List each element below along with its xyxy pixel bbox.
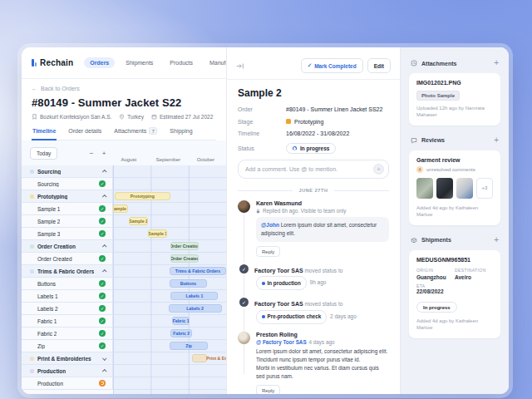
edit-button[interactable]: Edit: [367, 58, 391, 73]
timeline-row-order-creation[interactable]: Order CreationOrder Creation: [22, 240, 226, 253]
row-name-cell[interactable]: Sample 3✓: [22, 228, 113, 239]
gantt-bar[interactable]: Order Created: [170, 254, 199, 263]
gantt-bar[interactable]: Buttons: [170, 279, 207, 288]
reply-button[interactable]: Reply: [256, 246, 280, 257]
more-photos-count[interactable]: +3: [476, 178, 493, 199]
timeline-row-zip[interactable]: Zip✓Zip: [22, 340, 226, 352]
timeline-row-order-created[interactable]: Order Created✓Order Created: [22, 253, 226, 265]
row-name-cell[interactable]: Production: [22, 365, 113, 377]
row-label: Fabric 1: [37, 318, 57, 324]
nav-item-orders[interactable]: Orders: [84, 57, 115, 68]
avatar[interactable]: [238, 332, 250, 344]
status-done-icon: ✓: [99, 230, 106, 237]
reply-button[interactable]: Reply: [256, 385, 280, 394]
timeline-row-sourcing[interactable]: Sourcing: [22, 165, 226, 178]
timeline-row-prototyping[interactable]: PrototypingPrototyping: [22, 190, 226, 203]
add-review-button[interactable]: +: [494, 136, 499, 145]
gantt-bar[interactable]: Zip: [170, 342, 208, 350]
timeline-row-labels-2[interactable]: Labels 2✓Labels 2: [22, 303, 226, 315]
timeline-row-fabric-2[interactable]: Fabric 2✓Fabric 2: [22, 328, 226, 340]
timeline-row-labels-1[interactable]: Labels 1✓Labels 1: [22, 290, 226, 303]
brand-name: Rechain: [40, 58, 73, 67]
gantt-bar[interactable]: Sample 2: [129, 217, 148, 225]
timeline-row-production[interactable]: Production: [22, 365, 226, 377]
bookmark-icon: [32, 114, 37, 120]
row-name-cell[interactable]: Print & Embroideries: [22, 352, 113, 364]
gantt-bar[interactable]: Prototyping: [115, 192, 170, 200]
chevron-down-icon[interactable]: [102, 357, 106, 361]
gantt-bar[interactable]: Fabric 2: [170, 329, 192, 337]
row-name-cell[interactable]: Production: [22, 377, 113, 389]
tab-shipping[interactable]: Shipping: [169, 127, 193, 140]
zoom-out-button[interactable]: −: [87, 150, 96, 157]
row-name-cell[interactable]: Zip✓: [22, 340, 113, 352]
field-stage: Stage Prototyping: [238, 119, 389, 125]
tab-order-details[interactable]: Order details: [67, 127, 102, 140]
row-name-cell[interactable]: Fabric 1✓: [22, 315, 113, 327]
mark-completed-button[interactable]: ✓ Mark Completed: [301, 58, 363, 73]
add-attachment-button[interactable]: +: [494, 59, 499, 67]
timeline-row-trims-fabric-orders[interactable]: Trims & Fabric OrdersTrims & Fabric Orde…: [22, 265, 226, 278]
mention[interactable]: @ Factory Toor SAS: [256, 339, 307, 345]
row-name-cell[interactable]: Fabric 2✓: [22, 328, 113, 339]
gantt-bar[interactable]: Labels 1: [170, 292, 218, 300]
chevron-up-icon[interactable]: [102, 370, 106, 374]
add-comment-icon[interactable]: +: [373, 164, 384, 175]
row-name-cell[interactable]: Buttons✓: [22, 278, 113, 289]
gantt-bar[interactable]: Sample 1: [113, 204, 128, 213]
mention[interactable]: @John: [261, 222, 279, 228]
row-name-cell[interactable]: Trims & Fabric Orders: [22, 265, 113, 277]
timeline-row-sample-1[interactable]: Sample 1✓Sample 1: [22, 203, 226, 215]
chevron-up-icon[interactable]: [102, 270, 106, 274]
chevron-up-icon[interactable]: [102, 170, 106, 175]
row-name-cell[interactable]: Labels 2✓: [22, 303, 113, 314]
shipment-card[interactable]: MEDUSGNM965851 ORIGIN DESTINATION Guangz…: [409, 250, 500, 338]
timeline-row-sourcing[interactable]: Sourcing✓: [22, 178, 226, 190]
timeline-row-production[interactable]: Production: [22, 377, 226, 390]
gantt-bar[interactable]: Sample 3: [148, 229, 167, 238]
activity-status-change: ✓Factory Toor SAS moved status toPre-pro…: [238, 298, 389, 323]
comment-input[interactable]: Add a comment. Use @ to mention. +: [238, 160, 389, 179]
attachment-card[interactable]: IMG012021.PNG Photo Sample Uploaded 12h …: [409, 73, 500, 126]
row-gantt-cell: Zip: [113, 340, 226, 352]
group-color-swatch: [30, 170, 34, 174]
back-to-orders-link[interactable]: ← Back to Orders: [32, 86, 216, 91]
row-name-cell[interactable]: Sourcing: [22, 165, 113, 177]
row-name-cell[interactable]: Sample 2✓: [22, 215, 113, 227]
row-name-cell[interactable]: Sourcing✓: [22, 178, 113, 190]
row-name-cell[interactable]: Order Created✓: [22, 253, 113, 264]
tab-attachments[interactable]: Attachments7: [113, 127, 158, 140]
tab-timeline[interactable]: Timeline: [32, 127, 57, 140]
row-name-cell[interactable]: Prototyping: [22, 190, 113, 202]
review-photo-1[interactable]: [416, 178, 433, 199]
row-name-cell[interactable]: Sample 1✓: [22, 203, 113, 214]
status-pill[interactable]: In progress: [286, 143, 336, 154]
collapse-panel-icon[interactable]: [236, 62, 244, 70]
row-name-cell[interactable]: Labels 1✓: [22, 290, 113, 302]
timeline-row-print-embroideries[interactable]: Print & EmbroideriesPrint & Emb: [22, 352, 226, 365]
today-button[interactable]: Today: [30, 147, 57, 160]
gantt-bar[interactable]: Labels 2: [169, 304, 222, 313]
review-card[interactable]: Garment review 4 unresolved comments +3 …: [409, 150, 500, 225]
zoom-in-button[interactable]: +: [100, 150, 108, 157]
status-in-progress-icon: [99, 380, 106, 387]
timeline-row-sample-2[interactable]: Sample 2✓Sample 2: [22, 215, 226, 228]
chevron-up-icon[interactable]: [102, 195, 106, 200]
chevron-up-icon[interactable]: [102, 245, 106, 249]
add-shipment-button[interactable]: +: [494, 236, 499, 244]
gantt-bar[interactable]: Fabric 1: [172, 317, 190, 325]
gantt-bar[interactable]: Order Creation: [170, 242, 199, 250]
avatar[interactable]: [238, 200, 250, 213]
gantt-bar[interactable]: Print & Emb: [192, 354, 207, 362]
gantt-bar[interactable]: Trims & Fabric Orders: [170, 267, 226, 275]
nav-item-shipments[interactable]: Shipments: [120, 57, 159, 68]
timeline-row-sample-3[interactable]: Sample 3✓Sample 3: [22, 228, 226, 240]
row-name-cell[interactable]: Order Creation: [22, 240, 113, 252]
brand-logo[interactable]: Rechain: [32, 58, 73, 67]
review-photo-2[interactable]: [436, 178, 453, 199]
timeline-row-buttons[interactable]: Buttons✓Buttons: [22, 278, 226, 290]
country-meta: Turkey: [119, 114, 144, 120]
nav-item-products[interactable]: Products: [164, 57, 199, 68]
review-photo-3[interactable]: [456, 178, 473, 199]
timeline-row-fabric-1[interactable]: Fabric 1✓Fabric 1: [22, 315, 226, 328]
